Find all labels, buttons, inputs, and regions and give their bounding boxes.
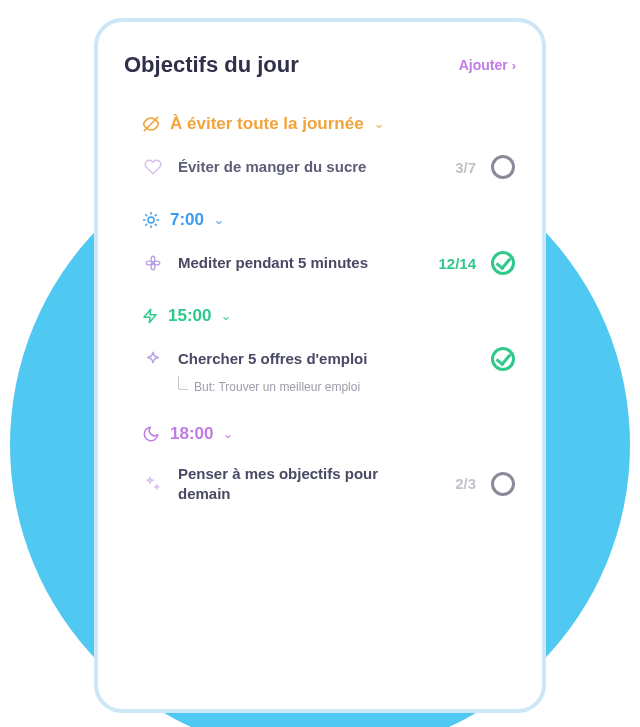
task-row[interactable]: Éviter de manger du sucre 3/7	[142, 154, 516, 180]
task-status-incomplete[interactable]	[490, 471, 516, 497]
elbow-icon	[178, 376, 188, 390]
add-button-label: Ajouter	[459, 57, 508, 73]
chevron-down-icon: ⌄	[221, 309, 231, 323]
section-time: 15:00	[168, 306, 211, 326]
task-label: Penser à mes objectifs pour demain	[178, 464, 422, 503]
section-allday: À éviter toute la journée ⌄ Éviter de ma…	[124, 114, 516, 180]
card-header: Objectifs du jour Ajouter ›	[124, 52, 516, 78]
svg-line-8	[146, 224, 147, 225]
stars-icon	[142, 475, 164, 493]
section-afternoon: 15:00 ⌄ Chercher 5 offres d'emploi But: …	[124, 306, 516, 394]
section-morning: 7:00 ⌄ Mediter pendant 5 minutes 12/14	[124, 210, 516, 276]
task-label: Chercher 5 offres d'emploi	[178, 349, 422, 369]
section-header-allday[interactable]: À éviter toute la journée ⌄	[142, 114, 516, 134]
svg-marker-11	[144, 309, 156, 322]
section-evening: 18:00 ⌄ Penser à mes objectifs pour dema…	[124, 424, 516, 503]
add-button[interactable]: Ajouter ›	[459, 57, 516, 73]
task-row[interactable]: Mediter pendant 5 minutes 12/14	[142, 250, 516, 276]
goals-card: Objectifs du jour Ajouter › À éviter tou…	[94, 18, 546, 713]
ring-icon	[491, 155, 515, 179]
section-header-afternoon[interactable]: 15:00 ⌄	[142, 306, 516, 326]
chevron-right-icon: ›	[512, 58, 516, 73]
page-title: Objectifs du jour	[124, 52, 299, 78]
task-count: 3/7	[436, 159, 476, 176]
section-header-evening[interactable]: 18:00 ⌄	[142, 424, 516, 444]
flower-icon	[142, 254, 164, 272]
svg-line-5	[155, 224, 156, 225]
task-label: Mediter pendant 5 minutes	[178, 253, 422, 273]
task-row[interactable]: Chercher 5 offres d'emploi	[142, 346, 516, 372]
avoid-icon	[142, 115, 160, 133]
chevron-down-icon: ⌄	[214, 213, 224, 227]
chevron-down-icon: ⌄	[223, 427, 233, 441]
heart-icon	[142, 158, 164, 176]
section-title: À éviter toute la journée	[170, 114, 364, 134]
ring-icon	[491, 472, 515, 496]
task-label: Éviter de manger du sucre	[178, 157, 422, 177]
task-note-text: But: Trouver un meilleur emploi	[194, 380, 360, 394]
task-row[interactable]: Penser à mes objectifs pour demain 2/3	[142, 464, 516, 503]
section-time: 18:00	[170, 424, 213, 444]
section-time: 7:00	[170, 210, 204, 230]
task-count: 2/3	[436, 475, 476, 492]
task-status-incomplete[interactable]	[490, 154, 516, 180]
svg-line-9	[155, 215, 156, 216]
chevron-down-icon: ⌄	[374, 117, 384, 131]
moon-icon	[142, 425, 160, 443]
check-circle-icon	[491, 347, 515, 371]
section-header-morning[interactable]: 7:00 ⌄	[142, 210, 516, 230]
check-circle-icon	[491, 251, 515, 275]
task-status-complete[interactable]	[490, 250, 516, 276]
task-subnote: But: Trouver un meilleur emploi	[178, 380, 516, 394]
task-status-complete[interactable]	[490, 346, 516, 372]
task-count: 12/14	[436, 255, 476, 272]
svg-point-1	[148, 217, 154, 223]
sparkle-icon	[142, 350, 164, 368]
svg-line-4	[146, 215, 147, 216]
bolt-icon	[142, 307, 158, 325]
sun-icon	[142, 211, 160, 229]
